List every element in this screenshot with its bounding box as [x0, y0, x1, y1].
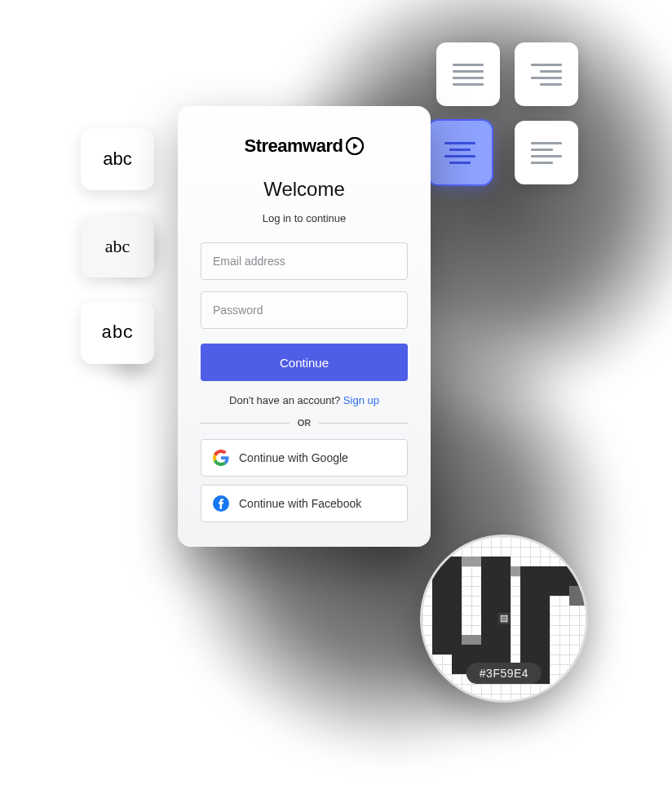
signup-prompt: Don't have an account?: [229, 394, 343, 406]
continue-button[interactable]: Continue: [201, 344, 408, 381]
signup-row: Don't have an account? Sign up: [201, 394, 408, 406]
align-left-button[interactable]: [515, 121, 578, 184]
align-right-icon: [531, 64, 562, 86]
facebook-login-label: Continue with Facebook: [239, 497, 361, 510]
play-icon: [346, 137, 364, 155]
divider-label: OR: [298, 418, 312, 428]
brand-logo: Streamward: [201, 135, 408, 157]
google-login-label: Continue with Google: [239, 451, 348, 464]
email-field[interactable]: [201, 242, 408, 280]
align-justify-button[interactable]: [436, 42, 500, 106]
sampled-color-label: #3F59E4: [466, 663, 542, 684]
login-subtitle: Log in to continue: [201, 212, 408, 224]
google-login-button[interactable]: Continue with Google: [201, 439, 408, 477]
align-justify-icon: [453, 64, 484, 86]
font-sample-text: abc: [105, 236, 130, 257]
divider-line: [201, 423, 290, 424]
align-center-icon: [444, 142, 475, 164]
login-card: Streamward Welcome Log in to continue Co…: [178, 106, 431, 547]
align-left-icon: [531, 142, 562, 164]
divider: OR: [201, 418, 408, 428]
google-icon: [213, 450, 229, 466]
font-sample-text: abc: [101, 323, 134, 344]
brand-name: Streamward: [245, 135, 343, 157]
signup-link[interactable]: Sign up: [343, 394, 379, 406]
font-sample-sans[interactable]: abc: [81, 128, 154, 190]
color-picker-loupe[interactable]: #3F59E4: [420, 535, 588, 703]
facebook-icon: [213, 495, 229, 512]
font-sample-mono[interactable]: abc: [81, 302, 154, 364]
font-sample-text: abc: [103, 149, 131, 170]
align-right-button[interactable]: [515, 42, 578, 106]
align-center-button[interactable]: [428, 121, 492, 184]
facebook-login-button[interactable]: Continue with Facebook: [201, 485, 408, 522]
divider-line: [319, 423, 408, 424]
welcome-title: Welcome: [201, 178, 408, 201]
sample-target-icon: [499, 614, 510, 624]
password-field[interactable]: [201, 291, 408, 329]
font-sample-serif[interactable]: abc: [81, 215, 154, 277]
